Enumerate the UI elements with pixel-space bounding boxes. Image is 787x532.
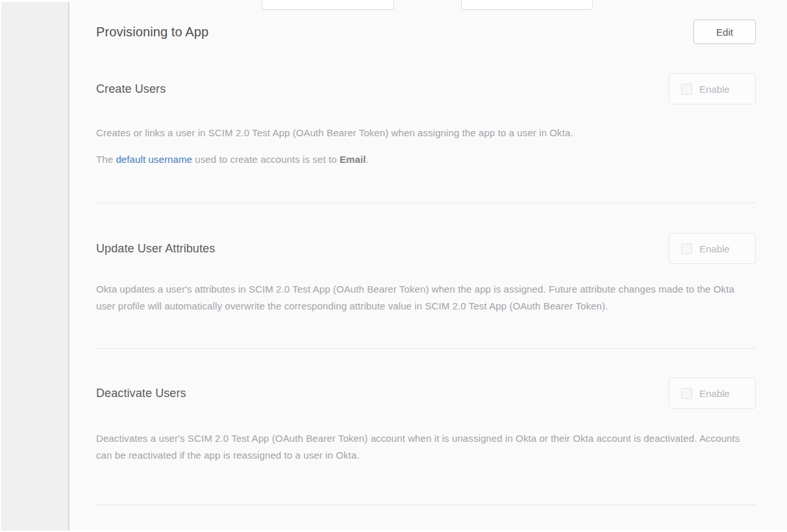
provisioning-panel: Provisioning to App Edit Create Users En… xyxy=(71,0,787,531)
update-attrs-row: Update User Attributes Enable xyxy=(96,233,756,264)
checkbox-icon[interactable] xyxy=(681,243,692,254)
section-divider xyxy=(96,348,756,349)
enable-label: Enable xyxy=(699,84,730,95)
edit-button[interactable]: Edit xyxy=(693,19,756,44)
deactivate-users-title: Deactivate Users xyxy=(96,387,186,400)
username-note-middle: used to create accounts is set to xyxy=(192,154,340,165)
deactivate-users-enable-toggle[interactable]: Enable xyxy=(669,378,756,409)
section-create-users: Create Users Enable Creates or links a u… xyxy=(96,73,756,203)
create-users-row: Create Users Enable xyxy=(96,73,756,104)
update-attrs-title: Update User Attributes xyxy=(96,242,215,256)
create-users-title: Create Users xyxy=(96,82,166,96)
enable-label: Enable xyxy=(699,388,730,399)
username-value: Email xyxy=(340,154,366,165)
left-sidebar xyxy=(1,2,69,531)
page-title: Provisioning to App xyxy=(96,25,208,40)
update-attrs-description: Okta updates a user's attributes in SCIM… xyxy=(96,281,756,315)
checkbox-icon[interactable] xyxy=(681,388,692,399)
app-window: Provisioning to App Edit Create Users En… xyxy=(0,0,787,532)
section-divider xyxy=(96,202,756,203)
checkbox-icon[interactable] xyxy=(681,84,692,95)
deactivate-users-row: Deactivate Users Enable xyxy=(96,378,756,409)
section-update-user-attributes: Update User Attributes Enable Okta updat… xyxy=(96,233,756,349)
deactivate-users-description: Deactivates a user's SCIM 2.0 Test App (… xyxy=(96,430,756,464)
truncated-field-1[interactable] xyxy=(262,0,394,10)
username-note-prefix: The xyxy=(96,154,116,165)
provisioning-content: Provisioning to App Edit Create Users En… xyxy=(71,19,787,505)
enable-label: Enable xyxy=(699,243,730,254)
truncated-field-2[interactable] xyxy=(461,0,593,10)
section-divider xyxy=(96,505,756,505)
create-users-enable-toggle[interactable]: Enable xyxy=(669,73,756,104)
section-header-row: Provisioning to App Edit xyxy=(96,19,756,44)
section-deactivate-users: Deactivate Users Enable Deactivates a us… xyxy=(96,378,756,505)
default-username-link[interactable]: default username xyxy=(116,154,192,165)
create-users-username-note: The default username used to create acco… xyxy=(96,151,756,168)
update-attrs-enable-toggle[interactable]: Enable xyxy=(669,233,756,264)
create-users-description: Creates or links a user in SCIM 2.0 Test… xyxy=(96,125,756,141)
username-note-suffix: . xyxy=(366,154,368,165)
